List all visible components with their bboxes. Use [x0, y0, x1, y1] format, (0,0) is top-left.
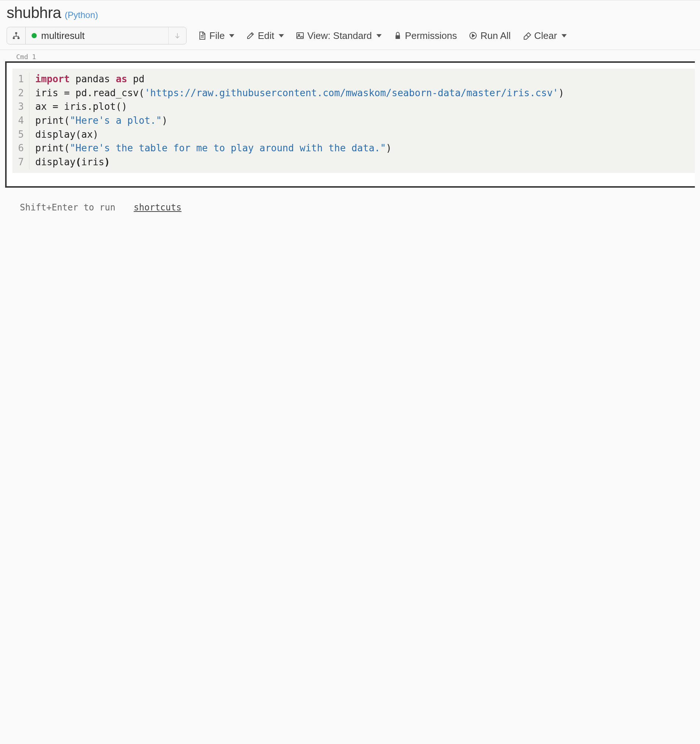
- code-text[interactable]: import pandas as pd: [29, 72, 144, 86]
- run-all-button[interactable]: Run All: [468, 29, 511, 43]
- line-number: 6: [12, 141, 29, 155]
- code-text[interactable]: display(ax): [29, 128, 98, 142]
- svg-rect-1: [13, 37, 15, 39]
- edit-menu-button[interactable]: Edit: [245, 29, 284, 43]
- caret-down-icon: [279, 34, 284, 37]
- code-text[interactable]: display(iris): [29, 155, 110, 169]
- eraser-icon: [523, 31, 532, 40]
- cluster-name: multiresult: [41, 30, 85, 42]
- line-number: 7: [12, 155, 29, 169]
- svg-rect-3: [297, 33, 303, 39]
- cell-label: Cmd 1: [16, 53, 695, 61]
- caret-down-icon: [229, 34, 234, 37]
- code-line[interactable]: 2iris = pd.read_csv('https://raw.githubu…: [12, 86, 695, 100]
- svg-rect-0: [15, 32, 17, 34]
- file-menu-button[interactable]: File: [197, 29, 235, 43]
- top-bar: shubhra (Python) multiresult File: [0, 0, 700, 50]
- play-circle-icon: [469, 31, 477, 40]
- code-text[interactable]: iris = pd.read_csv('https://raw.githubus…: [29, 86, 564, 100]
- image-icon: [296, 31, 304, 40]
- edit-icon: [246, 31, 255, 40]
- sitemap-icon: [7, 27, 26, 44]
- code-line[interactable]: 5display(ax): [12, 128, 695, 142]
- line-number: 3: [12, 100, 29, 114]
- code-text[interactable]: ax = iris.plot(): [29, 100, 127, 114]
- code-line[interactable]: 3ax = iris.plot(): [12, 100, 695, 114]
- caret-down-icon: [561, 34, 567, 37]
- svg-rect-5: [396, 35, 400, 39]
- toolbar: multiresult File Edit View: Standard: [7, 27, 693, 45]
- line-number: 2: [12, 86, 29, 100]
- code-line[interactable]: 4print("Here's a plot."): [12, 114, 695, 128]
- file-icon: [198, 31, 206, 40]
- notebook-language[interactable]: (Python): [65, 10, 98, 20]
- line-number: 1: [12, 72, 29, 86]
- code-text[interactable]: print("Here's the table for me to play a…: [29, 141, 392, 155]
- code-line[interactable]: 1import pandas as pd: [12, 72, 695, 86]
- view-menu-button[interactable]: View: Standard: [295, 29, 382, 43]
- svg-rect-2: [18, 37, 19, 39]
- lock-icon: [393, 31, 402, 40]
- permissions-button[interactable]: Permissions: [393, 29, 458, 43]
- code-editor[interactable]: 1import pandas as pd2iris = pd.read_csv(…: [12, 68, 695, 173]
- code-cell[interactable]: 1import pandas as pd2iris = pd.read_csv(…: [5, 61, 695, 187]
- chevron-down-icon: [168, 27, 186, 44]
- clear-menu-button[interactable]: Clear: [522, 29, 567, 43]
- line-number: 5: [12, 128, 29, 142]
- code-line[interactable]: 7display(iris): [12, 155, 695, 169]
- notebook-title[interactable]: shubhra: [7, 4, 61, 22]
- run-hint: Shift+Enter to run: [20, 202, 115, 213]
- shortcuts-link[interactable]: shortcuts: [134, 202, 182, 213]
- code-text[interactable]: print("Here's a plot."): [29, 114, 167, 128]
- line-number: 4: [12, 114, 29, 128]
- cluster-attach-dropdown[interactable]: multiresult: [7, 27, 186, 45]
- caret-down-icon: [377, 34, 381, 37]
- code-line[interactable]: 6print("Here's the table for me to play …: [12, 141, 695, 155]
- status-dot-icon: [31, 33, 37, 38]
